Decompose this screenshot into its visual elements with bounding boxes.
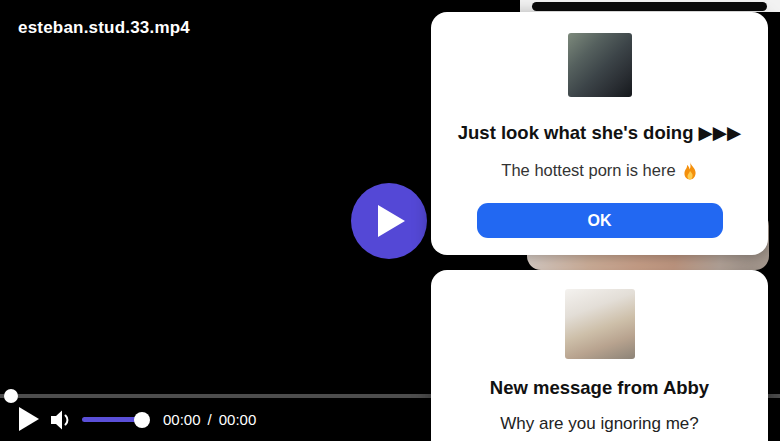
time-display: 00:00 / 00:00 [163, 411, 256, 428]
time-separator: / [208, 411, 212, 428]
fire-emoji-icon [682, 162, 698, 180]
volume-button[interactable] [49, 409, 73, 431]
ad-popup-message: New message from Abby Why are you ignori… [431, 270, 768, 441]
popup-thumbnail-image[interactable] [565, 289, 635, 359]
play-button[interactable] [17, 406, 41, 434]
ok-button[interactable]: OK [477, 203, 723, 238]
big-play-button[interactable] [351, 183, 427, 259]
popup-body-text: The hottest porn is here [501, 161, 675, 180]
popup-body-text: Why are you ignoring me? [500, 414, 698, 434]
progress-knob[interactable] [4, 389, 18, 403]
play-icon [18, 406, 40, 432]
duration: 00:00 [219, 411, 257, 428]
sidebar-dark-banner [532, 2, 767, 11]
page: esteban.stud.33.mp4 00:00 / 00:00 [0, 0, 780, 441]
play-icon [376, 204, 406, 238]
volume-knob[interactable] [134, 412, 150, 428]
popup-thumbnail-image[interactable] [568, 33, 632, 97]
video-title: esteban.stud.33.mp4 [18, 18, 190, 38]
current-time: 00:00 [163, 411, 201, 428]
popup-heading: New message from Abby [431, 377, 768, 399]
ad-popup-doing: Just look what she's doing ▶▶▶ The hotte… [431, 12, 768, 255]
popup-heading: Just look what she's doing ▶▶▶ [431, 122, 768, 144]
volume-icon [49, 409, 73, 431]
